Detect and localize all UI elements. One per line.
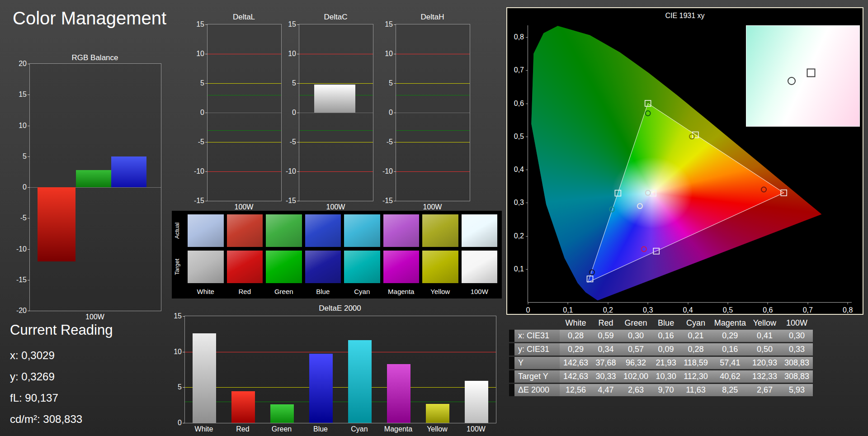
y-tick-label: 15 [385,20,393,28]
table-row: y: CIE310,290,340,570,090,280,160,500,33 [509,343,813,355]
y-tick-label: 0,6 [514,100,524,108]
delta-l-chart-title: DeltaL [207,13,281,22]
table-row: x: CIE310,280,590,300,160,210,290,410,30 [509,330,813,342]
y-tick-mark [394,113,396,113]
value-cell: 10,30 [652,370,680,383]
reference-line [299,130,373,131]
x-tick-mark [688,302,688,304]
category-label-magenta: Magenta [379,425,418,433]
reference-line [208,130,281,131]
delta-l-chart: DeltaL 151050-5-10-15 100W [197,13,292,221]
column-header-green: Green [620,318,652,328]
y-tick-mark [183,352,185,352]
category-label-red: Red [223,425,262,433]
value-cell: 142,63 [560,370,592,383]
value-cell: 0,29 [712,330,749,342]
color-management-screen: Color Management RGB Balance 20151050-5-… [0,0,868,436]
measured-point-white [637,204,642,209]
x-tick-label: 0,6 [763,306,773,314]
actual-cyan-swatch [344,214,380,247]
reference-line [208,113,281,113]
y-tick-mark [394,201,396,201]
measured-point-magenta [642,246,646,251]
reference-line [396,95,470,95]
value-cell: 0,59 [592,330,620,342]
value-cell: 0,50 [749,343,781,355]
y-tick-mark [526,104,528,104]
y-tick-label: 10 [288,50,296,58]
target-point-white [650,190,656,196]
cie-1931-panel: CIE 1931 xy 00,10,20,30,40,50,60,70,80,1… [506,7,863,315]
reference-line [208,171,281,172]
delta-l-x-axis-label: 100W [207,203,281,211]
cyan-bar [348,340,372,423]
reference-line [208,83,281,84]
delta-c-chart-title: DeltaC [299,13,373,22]
y-tick-mark [28,156,30,157]
x-tick-label: 0,1 [563,306,573,314]
value-cell: 0,16 [652,330,680,342]
swatch-column-label-magenta: Magenta [383,287,420,298]
reference-line [208,142,281,142]
reading-y: y: 0,3269 [10,370,113,383]
y-tick-label: 5 [292,79,296,87]
y-tick-label: -15 [194,197,204,205]
y-tick-label: 5 [178,383,182,391]
delta-l-plot: 151050-5-10-15 [207,24,282,201]
x-tick-mark [568,302,568,304]
delta-c-plot: 151050-5-10-15 [299,24,373,201]
value-cell: 96,32 [620,357,652,369]
reference-line [299,54,373,54]
swatch-corner [174,287,184,298]
x-tick-mark [807,302,808,304]
y-tick-mark [205,83,208,84]
swatch-row-label-target: Target [174,251,184,283]
x-tick-mark [528,302,528,304]
y-tick-mark [28,126,30,126]
corner-cell [514,318,560,328]
category-label-white: White [184,425,223,433]
reference-line [208,54,281,54]
y-tick-label: -10 [286,167,296,175]
y-tick-label: -5 [20,214,27,222]
y-tick-mark [394,142,396,142]
delta-c-x-axis-label: 100W [299,203,373,211]
value-cell: 0,34 [592,343,620,355]
actual-white-swatch [188,214,224,247]
whitepoint-zoom-inset [746,25,860,127]
rgb-balance-x-axis-label: 100W [29,313,160,321]
value-cell: 4,47 [592,384,620,396]
target-white-swatch [188,251,224,283]
y-tick-mark [205,142,208,142]
target-100w-swatch [462,251,498,283]
y-tick-label: -10 [194,167,204,175]
y-tick-label: 10 [19,122,27,130]
y-tick-label: 15 [19,90,27,99]
delta-h-x-axis-label: 100W [396,203,469,211]
delta-e-2000-plot: 151050 [184,316,496,423]
reference-line [208,95,281,95]
target-blue-swatch [305,251,341,283]
swatch-column-label-cyan: Cyan [344,287,380,298]
row-strip [509,343,514,355]
value-cell: 118,59 [680,357,712,369]
x-tick-label: 0,3 [643,306,653,314]
y-tick-label: 0 [292,109,296,117]
y-tick-mark [526,236,528,237]
measured-point-100w [646,190,651,195]
y-tick-mark [526,203,528,203]
y-tick-mark [394,54,396,54]
y-tick-label: 0,3 [514,199,524,207]
swatch-column-label-red: Red [227,287,263,298]
row-label: Y [514,357,560,369]
color-checker-panel: ActualTargetWhiteRedGreenBlueCyanMagenta… [172,211,502,299]
row-strip [509,357,514,369]
reference-line [299,171,373,172]
column-header-white: White [560,318,592,328]
column-header-100w: 100W [781,318,813,328]
x-tick-label: 0,7 [803,306,813,314]
corner-cell [509,318,514,328]
measured-point-red [761,187,766,192]
value-cell: 0,57 [620,343,652,355]
x-tick-label: 0 [526,306,530,314]
